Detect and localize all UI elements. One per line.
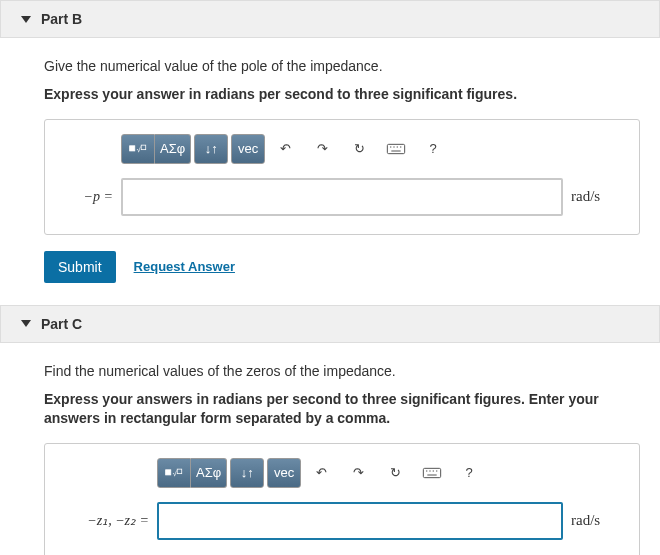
answer-unit: rad/s [571, 188, 621, 205]
vector-button[interactable]: vec [267, 458, 301, 488]
part-title: Part C [41, 316, 82, 332]
vector-button[interactable]: vec [231, 134, 265, 164]
caret-down-icon [21, 16, 31, 23]
undo-button[interactable]: ↶ [304, 458, 338, 488]
greek-button[interactable]: ΑΣφ [191, 458, 227, 488]
help-button[interactable]: ? [416, 134, 450, 164]
svg-rect-2 [141, 145, 146, 150]
vector-label: vec [274, 465, 294, 480]
svg-rect-0 [130, 145, 135, 150]
answer-input[interactable] [157, 502, 563, 540]
reset-icon: ↻ [390, 465, 401, 480]
instruction-text: Express your answers in radians per seco… [44, 390, 640, 429]
reset-button[interactable]: ↻ [342, 134, 376, 164]
reset-icon: ↻ [354, 141, 365, 156]
svg-text:√: √ [173, 470, 177, 477]
answer-input[interactable] [121, 178, 563, 216]
subsuper-label: ↓↑ [205, 141, 218, 156]
svg-text:√: √ [137, 146, 141, 153]
svg-rect-3 [387, 144, 404, 153]
caret-down-icon [21, 320, 31, 327]
part-body-c: Find the numerical values of the zeros o… [0, 343, 660, 555]
part-header-b[interactable]: Part B [0, 0, 660, 38]
answer-box: √ ΑΣφ ↓↑ vec ↶ ↷ ↻ ? −z₁, −z₂ = rad/s [44, 443, 640, 555]
undo-icon: ↶ [316, 465, 327, 480]
greek-button[interactable]: ΑΣφ [155, 134, 191, 164]
svg-rect-11 [177, 469, 182, 474]
reset-button[interactable]: ↻ [378, 458, 412, 488]
help-icon: ? [430, 141, 437, 156]
subsuper-button[interactable]: ↓↑ [230, 458, 264, 488]
redo-icon: ↷ [317, 141, 328, 156]
help-button[interactable]: ? [452, 458, 486, 488]
submit-button[interactable]: Submit [44, 251, 116, 283]
keyboard-button[interactable] [379, 134, 413, 164]
instruction-text: Express your answer in radians per secon… [44, 85, 640, 105]
keyboard-button[interactable] [415, 458, 449, 488]
undo-icon: ↶ [280, 141, 291, 156]
part-body-b: Give the numerical value of the pole of … [0, 38, 660, 305]
prompt-text: Find the numerical values of the zeros o… [44, 361, 640, 382]
svg-rect-9 [166, 470, 171, 475]
part-title: Part B [41, 11, 82, 27]
template-button[interactable]: √ [157, 458, 191, 488]
redo-button[interactable]: ↷ [341, 458, 375, 488]
answer-box: √ ΑΣφ ↓↑ vec ↶ ↷ ↻ ? −p = rad/s [44, 119, 640, 235]
help-icon: ? [466, 465, 473, 480]
vector-label: vec [238, 141, 258, 156]
template-button[interactable]: √ [121, 134, 155, 164]
subsuper-button[interactable]: ↓↑ [194, 134, 228, 164]
greek-label: ΑΣφ [196, 465, 221, 480]
answer-lhs: −z₁, −z₂ = [63, 512, 149, 529]
svg-rect-12 [423, 468, 440, 477]
request-answer-link[interactable]: Request Answer [134, 259, 235, 274]
answer-lhs: −p = [63, 189, 113, 205]
greek-label: ΑΣφ [160, 141, 185, 156]
subsuper-label: ↓↑ [241, 465, 254, 480]
answer-unit: rad/s [571, 512, 621, 529]
undo-button[interactable]: ↶ [268, 134, 302, 164]
redo-icon: ↷ [353, 465, 364, 480]
redo-button[interactable]: ↷ [305, 134, 339, 164]
part-header-c[interactable]: Part C [0, 305, 660, 343]
prompt-text: Give the numerical value of the pole of … [44, 56, 640, 77]
